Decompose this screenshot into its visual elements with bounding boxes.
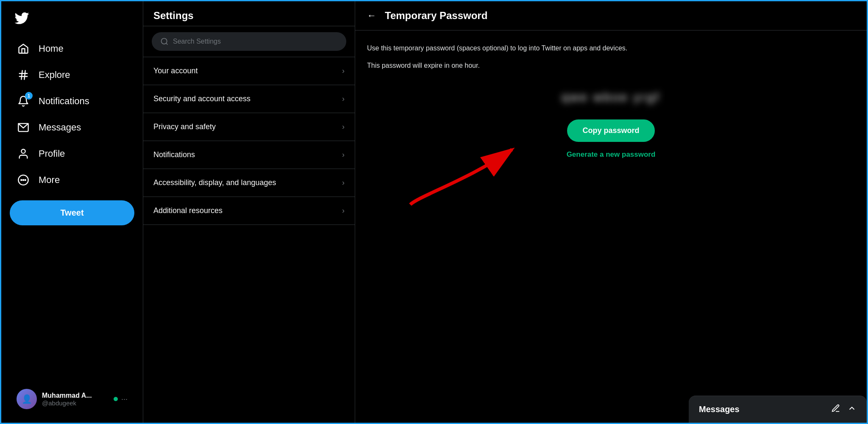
svg-point-7 [21, 180, 22, 180]
sidebar-item-explore-label: Explore [39, 69, 70, 80]
search-settings-bar [152, 32, 346, 51]
chevron-right-icon: › [342, 150, 345, 159]
tweet-button[interactable]: Tweet [10, 200, 134, 225]
temp-pw-title: Temporary Password [385, 10, 487, 22]
sidebar-item-notifications[interactable]: 1 Notifications [10, 89, 134, 114]
sidebar-item-home-label: Home [39, 43, 64, 54]
user-info: Muhammad A... @abdugeek [42, 392, 112, 407]
back-button[interactable]: ← [367, 10, 376, 21]
home-icon [17, 42, 30, 55]
settings-item-accessibility[interactable]: Accessibility, display, and languages › [143, 169, 355, 197]
sidebar-item-notifications-label: Notifications [39, 96, 89, 107]
notification-badge: 1 [25, 92, 33, 100]
user-menu-dots[interactable]: ··· [121, 395, 128, 404]
temp-pw-content: Use this temporary password (spaces opti… [355, 30, 867, 423]
generate-new-password-link[interactable]: Generate a new password [367, 150, 855, 159]
svg-point-8 [23, 180, 24, 180]
bell-icon: 1 [17, 94, 30, 108]
twitter-logo [10, 6, 134, 33]
settings-panel: Settings Your account › Security and acc… [143, 1, 355, 423]
compose-message-icon[interactable] [831, 404, 840, 415]
temp-pw-expire: This password will expire in one hour. [367, 62, 855, 69]
settings-item-notifications[interactable]: Notifications › [143, 141, 355, 169]
collapse-messages-icon[interactable] [847, 404, 857, 415]
sidebar-nav: Home Explore 1 Notifications Messages [10, 36, 134, 384]
chevron-right-icon: › [342, 94, 345, 103]
sidebar-item-profile-label: Profile [39, 148, 65, 159]
settings-item-additional-resources[interactable]: Additional resources › [143, 197, 355, 225]
user-profile[interactable]: 👤 Muhammad A... @abdugeek ··· [10, 384, 134, 414]
footer-icons [831, 404, 857, 415]
more-icon [17, 173, 30, 187]
settings-menu: Your account › Security and account acce… [143, 57, 355, 423]
temp-pw-header: ← Temporary Password [355, 1, 867, 30]
settings-title: Settings [143, 1, 355, 26]
svg-point-10 [161, 39, 167, 44]
sidebar-item-messages[interactable]: Messages [10, 115, 134, 140]
avatar: 👤 [17, 389, 37, 409]
chevron-right-icon: › [342, 178, 345, 187]
messages-footer-title: Messages [699, 405, 740, 414]
sidebar-item-more-label: More [39, 175, 60, 186]
search-container [143, 26, 355, 57]
svg-line-11 [166, 43, 168, 45]
sidebar: Home Explore 1 Notifications Messages [1, 1, 143, 423]
search-icon [160, 37, 169, 46]
mail-icon [17, 121, 30, 134]
settings-item-your-account[interactable]: Your account › [143, 57, 355, 85]
copy-password-button[interactable]: Copy password [567, 119, 654, 142]
temp-password-panel: ← Temporary Password Use this temporary … [355, 1, 867, 423]
settings-item-security[interactable]: Security and account access › [143, 85, 355, 113]
sidebar-item-explore[interactable]: Explore [10, 62, 134, 88]
svg-point-9 [25, 180, 26, 180]
twitter-bird-icon [14, 11, 29, 26]
chevron-right-icon: › [342, 67, 345, 75]
svg-line-3 [24, 71, 25, 80]
chevron-right-icon: › [342, 122, 345, 131]
search-settings-input[interactable] [173, 38, 338, 45]
online-indicator [114, 397, 118, 401]
svg-point-5 [21, 150, 25, 153]
sidebar-item-home[interactable]: Home [10, 36, 134, 61]
sidebar-item-profile[interactable]: Profile [10, 141, 134, 166]
messages-footer: Messages [689, 396, 867, 423]
sidebar-item-messages-label: Messages [39, 122, 81, 133]
blurred-password: qwe wboe yrgf [367, 91, 855, 104]
person-icon [17, 147, 30, 161]
temp-pw-description: Use this temporary password (spaces opti… [367, 43, 855, 53]
settings-item-privacy[interactable]: Privacy and safety › [143, 113, 355, 141]
user-handle: @abdugeek [42, 399, 112, 407]
svg-line-2 [21, 71, 22, 80]
hashtag-icon [17, 68, 30, 82]
user-display-name: Muhammad A... [42, 392, 112, 399]
chevron-right-icon: › [342, 206, 345, 215]
sidebar-item-more[interactable]: More [10, 167, 134, 193]
